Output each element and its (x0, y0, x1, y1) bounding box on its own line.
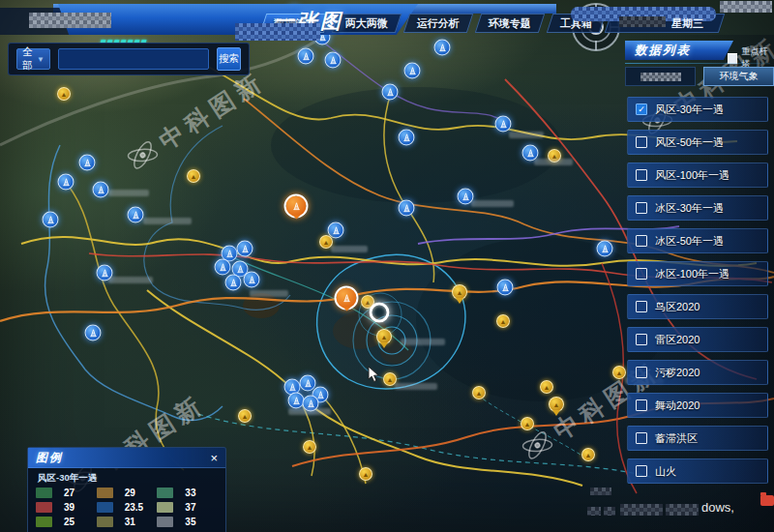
legend-value: 37 (185, 502, 195, 513)
legend-header: 图例 × (28, 448, 225, 468)
legend-entry: 23.5 (97, 502, 158, 513)
tab-environment-weather[interactable]: 环境气象 (703, 67, 774, 86)
yellow-marker[interactable]: ▲ (187, 169, 200, 183)
layer-item[interactable]: 蓄滞洪区 (627, 426, 768, 451)
tab-grid-network[interactable] (625, 67, 696, 86)
blue-marker[interactable] (404, 63, 421, 79)
blue-marker[interactable] (399, 200, 415, 217)
blue-marker[interactable] (325, 52, 342, 69)
legend-value: 23.5 (125, 502, 143, 513)
legend-swatch (97, 488, 113, 498)
nav-item-label: 两大两微 (345, 16, 388, 31)
legend-entry: 37 (157, 502, 218, 513)
redacted-corner (720, 1, 772, 13)
yellow-marker[interactable]: ▲ (57, 87, 71, 101)
layer-item[interactable]: 冰区-100年一遇 (627, 261, 768, 286)
yellow-marker[interactable]: ▲ (581, 448, 595, 461)
search-category-dropdown[interactable]: 全部 ▼ (16, 48, 50, 70)
legend-title: 图例 (36, 450, 63, 466)
layer-label: 风区-100年一遇 (655, 168, 729, 183)
yellow-marker[interactable]: ▲ (540, 380, 553, 394)
yellow-marker[interactable]: ▲ (521, 417, 534, 430)
layer-checkbox[interactable] (636, 432, 647, 444)
layer-item[interactable]: 冰区-50年一遇 (627, 228, 768, 253)
orange-marker[interactable] (284, 194, 309, 219)
search-input[interactable] (58, 48, 209, 70)
blue-marker[interactable] (215, 259, 231, 276)
layer-checkbox[interactable] (636, 169, 647, 181)
blue-marker[interactable] (497, 280, 514, 296)
blue-marker[interactable] (434, 40, 451, 56)
layer-item[interactable]: 冰区-30年一遇 (627, 195, 768, 221)
blue-marker[interactable] (298, 48, 314, 65)
layer-checkbox[interactable] (636, 367, 647, 378)
legend-entry: 31 (97, 517, 158, 527)
layer-item[interactable]: 雷区2020 (627, 327, 768, 352)
white-ring-marker[interactable] (370, 303, 390, 323)
search-button[interactable]: 搜索 (217, 47, 241, 71)
layer-checkbox[interactable] (636, 301, 647, 312)
blue-marker[interactable] (495, 116, 512, 133)
legend-swatch (157, 488, 173, 498)
layer-checkbox[interactable] (636, 235, 647, 247)
layer-item[interactable]: 鸟区2020 (627, 294, 768, 319)
legend-value: 29 (125, 488, 135, 498)
blue-marker[interactable] (225, 275, 242, 291)
blue-marker[interactable] (237, 241, 253, 257)
yellow-marker[interactable]: ▲ (359, 467, 372, 481)
layer-item[interactable]: 舞动2020 (627, 393, 768, 418)
close-icon[interactable]: × (210, 452, 218, 464)
layer-checkbox[interactable]: ✓ (636, 103, 647, 115)
blue-marker[interactable] (597, 241, 613, 257)
redacted-logo (29, 13, 111, 28)
blue-marker[interactable] (58, 174, 74, 191)
legend-swatch (97, 502, 113, 513)
panel-tabs: 环境气象 (625, 67, 774, 86)
yellow-marker[interactable]: ▲ (472, 386, 486, 399)
blue-marker[interactable] (128, 207, 144, 223)
layer-checkbox[interactable] (636, 399, 647, 411)
map-label-blur (401, 339, 445, 345)
layer-checkbox[interactable] (636, 202, 647, 214)
yellow-pin-marker[interactable]: ▲ (549, 397, 564, 412)
blue-marker[interactable] (93, 182, 109, 198)
map-label-blur (471, 200, 514, 207)
folder-icon[interactable] (760, 495, 774, 506)
legend-value: 27 (64, 488, 74, 498)
chevron-down-icon: ▼ (37, 55, 45, 64)
blue-marker[interactable] (244, 272, 260, 288)
layer-item[interactable]: 山火 (627, 458, 768, 484)
blue-marker[interactable] (382, 84, 399, 101)
map-label-blur (108, 277, 153, 283)
layer-checkbox[interactable] (636, 136, 647, 148)
blue-marker[interactable] (79, 155, 96, 171)
layer-item[interactable]: 风区-50年一遇 (627, 130, 768, 155)
blue-marker[interactable] (399, 130, 415, 146)
data-panel-title: 数据列表 (635, 43, 691, 59)
layer-label: 山火 (655, 464, 676, 479)
layer-item[interactable]: ✓风区-30年一遇 (627, 97, 768, 122)
yellow-pin-marker[interactable]: ▲ (452, 284, 467, 300)
layer-item[interactable]: 风区-100年一遇 (627, 163, 768, 188)
data-panel-header: 数据列表 (625, 41, 733, 60)
legend-entry: 39 (36, 502, 97, 513)
yellow-marker[interactable]: ▲ (496, 314, 510, 328)
legend-value: 35 (185, 517, 195, 527)
layer-checkbox-list: ✓风区-30年一遇风区-50年一遇风区-100年一遇冰区-30年一遇冰区-50年… (627, 97, 768, 491)
yellow-marker[interactable]: ▲ (238, 409, 252, 423)
key-towers-checkbox[interactable] (728, 53, 737, 64)
layer-checkbox[interactable] (636, 465, 647, 477)
nav-item[interactable]: 环境专题 (475, 14, 545, 33)
yellow-pin-marker[interactable]: ▲ (376, 329, 392, 344)
legend-grid: 2729333923.537253135 (28, 488, 225, 527)
blue-marker[interactable] (85, 325, 102, 341)
yellow-marker[interactable]: ▲ (303, 440, 316, 454)
layer-item[interactable]: 污秽2020 (627, 360, 768, 385)
nav-item[interactable]: 运行分析 (403, 14, 473, 33)
nav-item-label: 运行分析 (417, 16, 460, 31)
map-label-blur (143, 218, 192, 224)
layer-checkbox[interactable] (636, 268, 647, 280)
orange-marker[interactable] (335, 286, 359, 310)
blue-marker[interactable] (43, 212, 59, 228)
layer-checkbox[interactable] (636, 334, 647, 345)
